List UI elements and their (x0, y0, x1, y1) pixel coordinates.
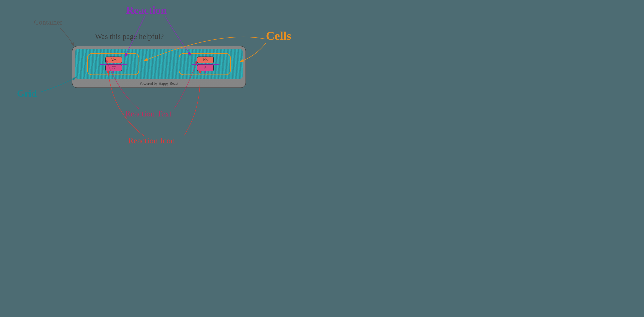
reaction-text-no: No (197, 56, 214, 63)
reaction-icon-yes: 77 (105, 64, 122, 71)
reaction-text-yes: Yes (105, 56, 122, 63)
reaction-yes[interactable]: Yes 77 (102, 56, 126, 72)
label-reaction-text: Reaction Text (125, 109, 172, 118)
label-reaction: Reaction (126, 4, 167, 16)
reaction-icon-no: 5 (197, 64, 214, 71)
label-cells: Cells (266, 29, 291, 43)
container-box: Yes 77 No 5 Powered by Happy React (72, 46, 246, 88)
container-footer: Powered by Happy React (72, 79, 246, 87)
label-reaction-icon: Reaction Icon (128, 136, 175, 145)
reaction-no[interactable]: No 5 (193, 56, 217, 72)
grid-area: Yes 77 No 5 (75, 49, 243, 79)
cell-no: No 5 (179, 53, 231, 75)
cell-yes: Yes 77 (87, 53, 139, 75)
widget-title: Was this page helpful? (95, 32, 164, 41)
label-container: Container (34, 18, 62, 26)
label-grid: Grid (17, 88, 37, 99)
